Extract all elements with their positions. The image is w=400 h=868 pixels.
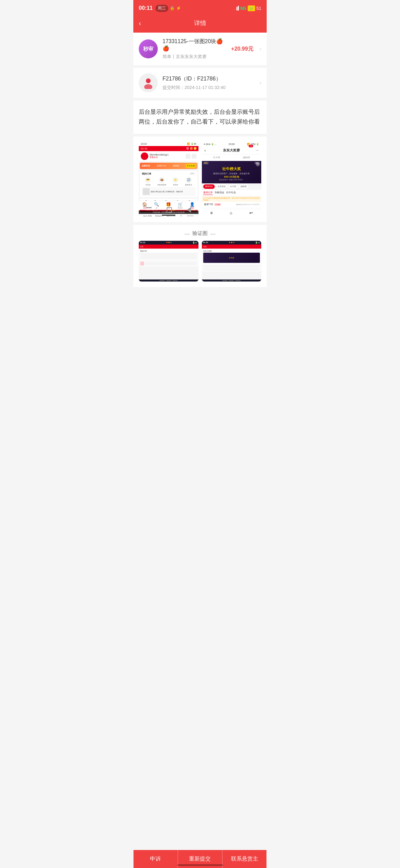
message-section: 后台显示用户异常奖励失效，后台会显示账号后两位，后台发你了，自己看下，可以录屏给… <box>133 101 267 134</box>
svg-point-0 <box>146 78 151 83</box>
user-chevron-icon: › <box>260 80 261 86</box>
task-title: 17331125-一张图20块🍎🍎 <box>163 38 226 52</box>
battery-icon: 🔋 <box>248 5 255 11</box>
page-title: 详情 <box>194 19 206 27</box>
user-info: F21786（ID：F21786） 提交时间：2024-11-17 01:32:… <box>163 75 255 91</box>
user-card[interactable]: F21786（ID：F21786） 提交时间：2024-11-17 01:32:… <box>133 68 267 98</box>
signal-icon <box>234 6 239 11</box>
user-name: F21786（ID：F21786） <box>163 75 255 83</box>
svg-point-1 <box>144 84 152 89</box>
task-subtitle: 简单丨京东东东大奖赛 <box>163 54 226 60</box>
screenshots-section: 23:10 📶 🔋44 01:31 <box>133 137 267 222</box>
battery-percent: 51 <box>256 6 261 11</box>
screenshot-jd-app[interactable]: 23:10 📶 🔋44 01:31 <box>139 142 198 217</box>
verification-thumbnails: 01:31 🔋44 京东 我的订 <box>139 241 261 282</box>
status-time: 00:11 <box>139 5 153 11</box>
task-amount: +20.99元 <box>231 46 253 53</box>
bluetooth-icon: ⚡ <box>176 6 181 11</box>
media-icon: 🔒 <box>170 6 175 11</box>
status-day: 周三 <box>155 5 168 12</box>
content-area: 秒审 17331125-一张图20块🍎🍎 简单丨京东东东大奖赛 +20.99元 … <box>133 33 267 317</box>
5g-icon: 5G <box>240 6 246 11</box>
task-avatar: 秒审 <box>139 39 158 58</box>
back-button[interactable]: ‹ <box>139 19 141 27</box>
person-icon <box>142 77 154 89</box>
screenshots-grid: 23:10 📶 🔋44 01:31 <box>139 142 261 217</box>
user-submit-time: 提交时间：2024-11-17 01:32:40 <box>163 85 255 91</box>
screenshot-contest-app[interactable]: 4.1K/s 🔋... 23:09 📶 33% 🔋 64 ‹ 东东大奖赛 ··· <box>202 142 262 217</box>
verification-thumb-1[interactable]: 01:31 🔋44 京东 我的订 <box>139 241 198 282</box>
task-card[interactable]: 秒审 17331125-一张图20块🍎🍎 简单丨京东东东大奖赛 +20.99元 … <box>133 33 267 65</box>
user-avatar <box>139 73 158 92</box>
nav-bar: ‹ 详情 <box>133 15 267 33</box>
verification-thumb-2[interactable]: 01:31 🔋44 京东 东东大 <box>202 241 262 282</box>
message-text: 后台显示用户异常奖励失效，后台会显示账号后两位，后台发你了，自己看下，可以录屏给… <box>139 107 261 127</box>
task-chevron-icon: › <box>260 46 261 52</box>
verification-section: 验证图 01:31 🔋44 <box>133 225 267 287</box>
task-info: 17331125-一张图20块🍎🍎 简单丨京东东东大奖赛 <box>163 38 226 60</box>
status-bar: 00:11 周三 🔒 ⚡ 5G 🔋 51 <box>133 0 267 15</box>
status-icons: 5G 🔋 51 <box>234 5 261 11</box>
verification-title: 验证图 <box>139 230 261 237</box>
